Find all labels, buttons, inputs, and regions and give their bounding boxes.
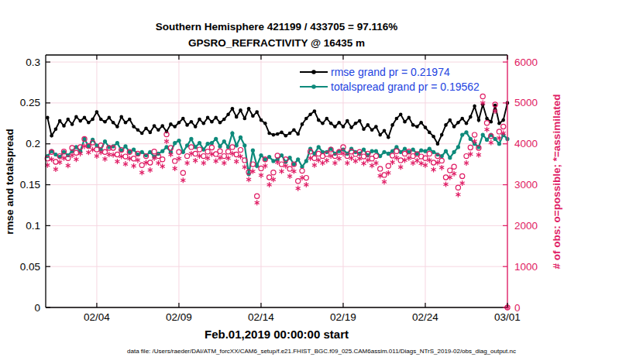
- totalspread-marker: [317, 145, 321, 149]
- totalspread-marker: [198, 141, 201, 145]
- rmse-marker: [112, 121, 115, 125]
- rmse-marker: [119, 115, 123, 119]
- rmse-marker: [144, 126, 148, 130]
- totalspread-marker: [481, 133, 485, 137]
- y-left-tick-label: 0.05: [20, 261, 40, 273]
- rmse-marker: [124, 121, 128, 125]
- possible-marker: [189, 145, 194, 149]
- possible-marker: [230, 145, 235, 149]
- totalspread-marker: [242, 143, 246, 147]
- totalspread-marker: [160, 149, 164, 153]
- possible-marker: [464, 154, 469, 159]
- possible-marker: [300, 169, 304, 173]
- figure: Southern Hemisphere 421199 / 433705 = 97…: [0, 0, 643, 364]
- possible-marker: [394, 149, 399, 153]
- possible-marker: [448, 168, 452, 173]
- rmse-marker: [329, 122, 333, 125]
- totalspread-marker: [259, 153, 263, 157]
- rmse-marker: [456, 121, 460, 125]
- totalspread-marker: [419, 149, 423, 153]
- rmse-marker: [374, 125, 378, 129]
- rmse-marker: [292, 129, 296, 132]
- y-right-tick-label: 1000: [514, 261, 538, 273]
- rmse-marker: [378, 133, 382, 137]
- rmse-marker: [469, 115, 473, 119]
- rmse-marker: [407, 116, 411, 120]
- rmse-marker: [403, 120, 407, 124]
- rmse-marker: [497, 122, 501, 125]
- y-axis-label-right: # of obs: o=possible; *=assimilated: [551, 74, 562, 290]
- totalspread-marker: [271, 159, 275, 163]
- possible-marker: [173, 159, 177, 163]
- y-left-tick-label: 0.25: [20, 97, 40, 108]
- rmse-marker: [177, 121, 181, 125]
- rmse-marker: [185, 123, 189, 127]
- rmse-marker: [390, 123, 394, 127]
- rmse-marker: [325, 117, 329, 121]
- totalspread-marker: [251, 149, 255, 153]
- rmse-marker: [399, 112, 403, 116]
- possible-marker: [484, 121, 489, 125]
- y-right-tick-label: 2000: [514, 220, 538, 232]
- possible-marker: [473, 132, 477, 137]
- rmse-marker: [362, 127, 366, 131]
- totalspread-marker: [132, 148, 136, 152]
- rmse-marker: [194, 125, 198, 129]
- totalspread-marker: [177, 139, 181, 143]
- rmse-marker: [342, 125, 346, 129]
- legend-sample-rmse-line: [299, 67, 328, 77]
- x-tick-label: 02/09: [166, 311, 192, 323]
- totalspread-marker: [189, 137, 193, 141]
- possible-marker: [132, 156, 136, 161]
- rmse-marker: [87, 121, 91, 125]
- possible-marker: [181, 170, 185, 175]
- possible-marker: [275, 153, 280, 158]
- rmse-marker: [321, 122, 325, 125]
- rmse-marker: [280, 131, 284, 135]
- rmse-marker: [214, 116, 218, 120]
- rmse-marker: [333, 125, 337, 129]
- possible-marker: [139, 163, 144, 167]
- possible-marker: [456, 185, 460, 190]
- rmse-marker: [115, 125, 119, 129]
- data-file-caption: data file: /Users/raeder/DAI/ATM_forcXX/…: [0, 348, 643, 355]
- rmse-marker: [58, 119, 62, 123]
- rmse-marker: [477, 118, 481, 122]
- possible-marker: [378, 167, 383, 171]
- rmse-marker: [103, 120, 107, 124]
- y-right-tick-label: 6000: [514, 57, 538, 68]
- rmse-marker: [181, 117, 185, 121]
- rmse-marker: [50, 134, 53, 138]
- rmse-marker: [239, 108, 242, 112]
- x-tick-label: 02/14: [248, 311, 274, 323]
- rmse-marker: [366, 123, 370, 127]
- totalspread-marker: [239, 136, 242, 139]
- rmse-marker: [444, 123, 448, 127]
- totalspread-marker: [403, 147, 407, 151]
- rmse-marker: [317, 118, 321, 122]
- totalspread-marker: [464, 130, 468, 134]
- possible-marker: [312, 156, 317, 160]
- totalspread-marker: [374, 149, 378, 153]
- possible-marker: [74, 150, 78, 155]
- rmse-marker: [149, 131, 153, 135]
- rmse-marker: [91, 118, 95, 122]
- possible-marker: [398, 158, 403, 163]
- rmse-marker: [313, 109, 317, 113]
- possible-marker: [238, 148, 242, 153]
- x-tick-label: 02/24: [412, 311, 438, 323]
- rmse-marker: [156, 129, 160, 132]
- totalspread-marker: [460, 133, 464, 137]
- rmse-marker: [160, 124, 164, 128]
- rmse-marker: [251, 115, 255, 118]
- totalspread-marker: [456, 145, 460, 149]
- possible-marker: [480, 94, 485, 98]
- legend: rmse grand pr = 0.21974 totalspread gran…: [299, 64, 480, 94]
- totalspread-marker: [304, 159, 308, 163]
- totalspread-marker: [493, 137, 497, 141]
- rmse-marker: [235, 115, 239, 119]
- possible-marker: [115, 152, 119, 156]
- rmse-marker: [267, 132, 271, 136]
- rmse-marker: [140, 132, 144, 136]
- totalspread-marker: [103, 139, 107, 143]
